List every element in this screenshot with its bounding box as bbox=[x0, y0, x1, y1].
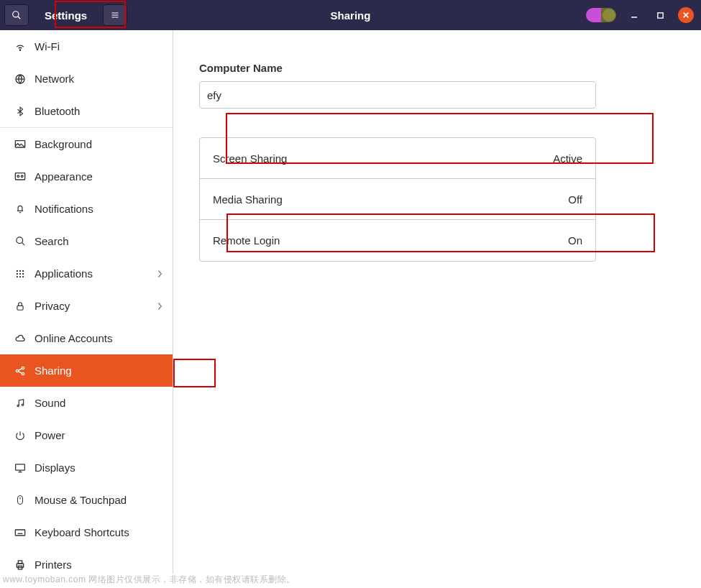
svg-point-24 bbox=[22, 272, 24, 274]
search-button[interactable] bbox=[4, 4, 29, 26]
svg-point-21 bbox=[22, 270, 24, 271]
option-label: Remote Login bbox=[213, 234, 280, 247]
background-icon bbox=[12, 139, 29, 150]
svg-point-22 bbox=[17, 272, 18, 274]
sidebar-item-mouse-touchpad[interactable]: Mouse & Touchpad bbox=[0, 484, 173, 516]
svg-line-33 bbox=[18, 371, 22, 373]
sidebar-item-label: Background bbox=[35, 138, 92, 150]
sidebar-item-label: Search bbox=[35, 235, 69, 247]
printer-icon bbox=[12, 559, 29, 571]
sidebar-item-background[interactable]: Background bbox=[0, 128, 173, 160]
option-row-media-sharing[interactable]: Media SharingOff bbox=[200, 179, 595, 220]
lock-icon bbox=[12, 300, 29, 312]
svg-rect-42 bbox=[15, 530, 24, 536]
svg-point-17 bbox=[16, 237, 22, 244]
sidebar-item-applications[interactable]: Applications bbox=[0, 257, 173, 290]
chevron-right-icon bbox=[157, 270, 162, 278]
sidebar-item-label: Privacy bbox=[35, 300, 70, 312]
maximize-icon bbox=[656, 12, 664, 19]
sidebar-item-label: Power bbox=[35, 429, 65, 441]
sidebar-item-notifications[interactable]: Notifications bbox=[0, 193, 173, 225]
sidebar-item-wi-fi[interactable]: Wi-Fi bbox=[0, 30, 173, 63]
globe-icon bbox=[12, 73, 29, 85]
svg-rect-40 bbox=[18, 495, 23, 504]
sidebar-item-online-accounts[interactable]: Online Accounts bbox=[0, 322, 173, 354]
svg-point-23 bbox=[19, 272, 21, 274]
sidebar-item-sharing[interactable]: Sharing bbox=[0, 354, 173, 387]
svg-rect-49 bbox=[18, 561, 22, 564]
sidebar-item-power[interactable]: Power bbox=[0, 419, 173, 451]
search-icon bbox=[12, 236, 29, 247]
sidebar-item-label: Network bbox=[35, 73, 74, 85]
sharing-toggle[interactable] bbox=[586, 8, 616, 22]
sidebar-item-appearance[interactable]: Appearance bbox=[0, 160, 173, 193]
sidebar-item-label: Bluetooth bbox=[35, 105, 80, 117]
svg-point-26 bbox=[19, 275, 21, 277]
sidebar-item-label: Displays bbox=[35, 461, 75, 474]
chevron-right-icon bbox=[157, 302, 162, 311]
sidebar-item-label: Mouse & Touchpad bbox=[35, 494, 127, 506]
option-row-remote-login[interactable]: Remote LoginOn bbox=[200, 220, 595, 261]
option-label: Media Sharing bbox=[213, 193, 283, 206]
grid-icon bbox=[12, 269, 29, 279]
sidebar-item-label: Online Accounts bbox=[35, 332, 112, 344]
minimize-icon bbox=[630, 11, 638, 19]
sidebar-item-privacy[interactable]: Privacy bbox=[0, 290, 173, 322]
svg-point-20 bbox=[19, 270, 21, 271]
svg-point-34 bbox=[17, 405, 19, 406]
svg-point-0 bbox=[13, 12, 19, 17]
sharing-options-list: Screen SharingActiveMedia SharingOffRemo… bbox=[199, 137, 596, 262]
sidebar-item-label: Keyboard Shortcuts bbox=[35, 526, 129, 538]
sidebar-item-label: Wi-Fi bbox=[35, 40, 60, 52]
titlebar: Settings Sharing bbox=[0, 0, 701, 30]
option-status: On bbox=[568, 234, 582, 247]
computer-name-label: Computer Name bbox=[199, 62, 675, 74]
menu-icon bbox=[110, 11, 120, 19]
display-icon bbox=[12, 463, 29, 473]
content-panel: Computer Name Screen SharingActiveMedia … bbox=[173, 30, 701, 574]
keyboard-icon bbox=[12, 528, 29, 537]
svg-point-16 bbox=[21, 175, 23, 178]
sidebar-item-keyboard-shortcuts[interactable]: Keyboard Shortcuts bbox=[0, 516, 173, 548]
close-icon bbox=[682, 12, 689, 19]
appearance-icon bbox=[12, 172, 29, 182]
share-icon bbox=[12, 365, 29, 377]
sidebar-item-label: Appearance bbox=[35, 170, 93, 183]
watermark-text: www.toymoban.com 网络图片仅供展示，非存储，如有侵权请联系删除。 bbox=[3, 574, 295, 586]
option-label: Screen Sharing bbox=[213, 152, 287, 165]
option-status: Active bbox=[553, 152, 582, 165]
sidebar-item-printers[interactable]: Printers bbox=[0, 548, 173, 574]
svg-point-9 bbox=[19, 50, 20, 50]
sidebar-item-network[interactable]: Network bbox=[0, 63, 173, 95]
music-icon bbox=[12, 398, 29, 409]
svg-rect-28 bbox=[17, 306, 23, 310]
sidebar-item-displays[interactable]: Displays bbox=[0, 451, 173, 484]
mouse-icon bbox=[12, 495, 29, 506]
search-icon bbox=[12, 10, 22, 20]
cloud-icon bbox=[12, 334, 29, 344]
sidebar-item-label: Applications bbox=[35, 267, 93, 280]
sidebar-item-sound[interactable]: Sound bbox=[0, 387, 173, 419]
svg-rect-37 bbox=[16, 464, 25, 469]
svg-line-1 bbox=[18, 17, 21, 19]
maximize-button[interactable] bbox=[652, 7, 668, 23]
bluetooth-icon bbox=[12, 106, 29, 117]
power-icon bbox=[12, 431, 29, 441]
sidebar: Wi-FiNetworkBluetoothBackgroundAppearanc… bbox=[0, 30, 173, 574]
computer-name-input[interactable] bbox=[199, 81, 596, 109]
sidebar-item-label: Sharing bbox=[35, 364, 72, 377]
svg-point-15 bbox=[17, 175, 19, 178]
sidebar-item-bluetooth[interactable]: Bluetooth bbox=[0, 95, 173, 127]
page-title: Sharing bbox=[331, 9, 371, 22]
svg-line-32 bbox=[18, 368, 22, 370]
wifi-icon bbox=[12, 41, 29, 52]
close-button[interactable] bbox=[678, 7, 694, 23]
svg-point-19 bbox=[17, 270, 18, 271]
minimize-button[interactable] bbox=[626, 7, 642, 23]
sidebar-item-search[interactable]: Search bbox=[0, 225, 173, 257]
hamburger-button[interactable] bbox=[103, 4, 127, 26]
svg-point-25 bbox=[17, 275, 18, 277]
sidebar-item-label: Notifications bbox=[35, 203, 93, 215]
option-row-screen-sharing[interactable]: Screen SharingActive bbox=[200, 138, 595, 179]
app-title: Settings bbox=[32, 0, 100, 30]
